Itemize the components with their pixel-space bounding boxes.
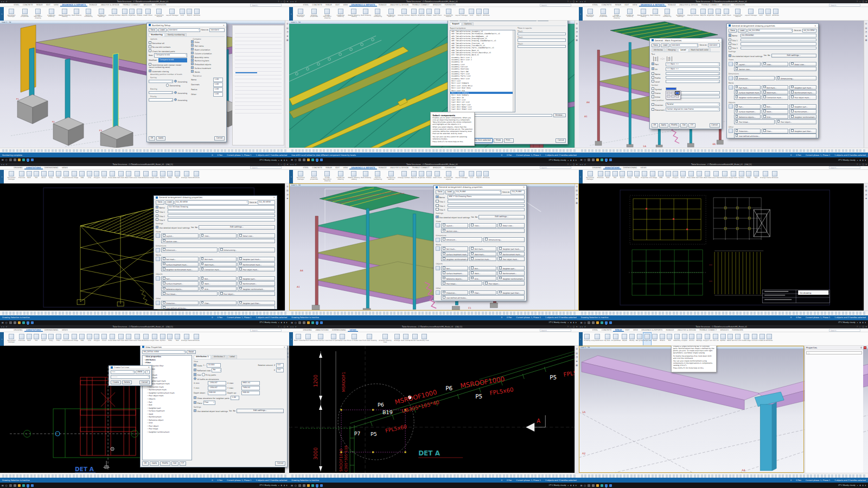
properties-row[interactable]: Pour break...Pour object...: [161, 291, 275, 296]
app-icon[interactable]: [601, 159, 603, 161]
edge-icon[interactable]: [320, 159, 323, 161]
name-field[interactable]: GA 3D-View Drawing: [168, 205, 275, 209]
show-button[interactable]: Show: [494, 138, 502, 142]
system-tray[interactable]: ▴ ◉ ▮ ◗: [567, 321, 577, 324]
clock-icon[interactable]: ◔: [576, 30, 577, 33]
system-tray[interactable]: ▴ ◉ ▮ ◗: [278, 484, 288, 486]
panel-icon[interactable]: ▤: [286, 27, 289, 29]
ribbon-button[interactable]: Document manager: [5, 8, 18, 20]
save-button[interactable]: Save: [436, 190, 444, 194]
name-checkbox[interactable]: Name: [156, 206, 167, 209]
tolerance-field[interactable]: 1.00: [213, 83, 223, 86]
help-icon[interactable]: ?: [278, 163, 279, 166]
ascending-radio[interactable]: Ascending: [174, 98, 187, 102]
ribbon-button[interactable]: Create fabrication drawing: [31, 8, 44, 20]
properties-button[interactable]: Weld...: [200, 281, 237, 286]
properties-button[interactable]: Surface treatment...: [161, 281, 199, 286]
search-icon[interactable]: ○: [584, 159, 586, 161]
maximize-button[interactable]: ▢: [862, 1, 864, 3]
file-explorer-icon[interactable]: [18, 484, 21, 487]
ribbon-button[interactable]: Cloud: [679, 170, 686, 183]
maximize-button[interactable]: ▢: [573, 1, 575, 3]
ribbon-tab[interactable]: VIEW: [341, 166, 349, 169]
properties-button[interactable]: Connection mark...: [762, 95, 788, 100]
ok-button[interactable]: OK: [652, 123, 658, 127]
ribbon-button[interactable]: Link image: [70, 333, 78, 345]
close-button[interactable]: ✕: [865, 1, 867, 3]
reflected-combo[interactable]: No: [212, 368, 221, 372]
properties-button[interactable]: Pour break...: [441, 281, 482, 286]
ribbon-button[interactable]: Detail view: [338, 333, 347, 345]
ribbon-tab[interactable]: TRIMBLE CONNECT: [410, 3, 431, 7]
part-mark-combo[interactable]: << Mark >>: [666, 62, 720, 66]
delete-button[interactable]: Delete: [122, 381, 132, 384]
system-tray[interactable]: ▴ ◉ ▮ ◗: [857, 321, 866, 324]
browse-button[interactable]: Browse...: [553, 113, 566, 117]
app-icon[interactable]: [9, 159, 12, 161]
compare-checkbox[interactable]: Column orientation: [191, 52, 225, 55]
ascending-radio[interactable]: Ascending: [174, 80, 187, 83]
properties-button[interactable]: Bolt mark...: [762, 85, 788, 90]
sync-checkbox[interactable]: Synchronize with master model (save-numb…: [149, 63, 187, 68]
ribbon-button[interactable]: Arrange marks: [760, 170, 771, 183]
save-button[interactable]: Save: [729, 29, 737, 33]
properties-button[interactable]: Neighbor part...: [497, 266, 525, 271]
model-view[interactable]: A3 A2 1A A4 View 1 - 3d–▢✕ Properties⚲ ○…: [579, 346, 868, 473]
windows-taskbar[interactable]: ⊞○27°C Mostly cloudy▴ ◉ ▮ ◗: [579, 483, 868, 488]
ribbon-button[interactable]: Bar group: [636, 333, 643, 345]
ribbon-button[interactable]: Link image: [649, 170, 657, 183]
cancel-button[interactable]: Cancel: [214, 136, 225, 140]
quick-launch-search[interactable]: Search...: [250, 4, 282, 7]
title3-checkbox[interactable]: Title 3: [436, 208, 446, 211]
reset-button[interactable]: Reset: [187, 350, 196, 354]
app-icon[interactable]: [14, 159, 16, 161]
ribbon-button[interactable]: Filter: [634, 170, 641, 183]
ribbon-button[interactable]: Windows: [193, 333, 200, 345]
properties-button[interactable]: View...: [469, 223, 496, 228]
grid-icon[interactable]: ▦: [576, 364, 578, 366]
clock-icon[interactable]: ◔: [576, 193, 577, 196]
cut-line-count-field[interactable]: 1: [145, 370, 150, 374]
properties-button[interactable]: Protection...: [734, 129, 761, 134]
properties-button[interactable]: Reinforcement...: [238, 281, 275, 286]
save-button[interactable]: Save: [156, 200, 164, 204]
help-icon[interactable]: ?: [567, 163, 569, 166]
ribbon-tab[interactable]: DIMENSIONING: [43, 166, 60, 169]
properties-button[interactable]: Weld...: [762, 109, 788, 114]
properties-button[interactable]: Pour break...: [161, 291, 218, 296]
properties-button[interactable]: Neighbor reinforcement mark...: [734, 95, 761, 100]
ribbon-button[interactable]: Organizer: [418, 170, 425, 183]
ribbon-button[interactable]: Modify: [628, 333, 635, 345]
ribbon-button[interactable]: Copy: [48, 170, 55, 183]
close-button[interactable]: ✕: [576, 326, 578, 328]
properties-button[interactable]: Neighbor reinforcement...: [497, 276, 525, 281]
clock-icon[interactable]: ◔: [865, 193, 867, 196]
ribbon-tab[interactable]: MANAGE: [377, 3, 388, 7]
properties-button[interactable]: Bolt mark...: [200, 257, 237, 262]
properties-button[interactable]: Reinforcement mark...: [497, 252, 525, 257]
start-button[interactable]: ⊞: [580, 321, 583, 324]
ribbon-button[interactable]: Windows: [766, 333, 773, 345]
ribbon-button[interactable]: UDA: [658, 170, 665, 183]
ribbon-tab[interactable]: STEEL: [301, 3, 310, 7]
app-icon[interactable]: [303, 321, 305, 324]
roof-joists[interactable]: [320, 186, 419, 211]
ribbon-tab[interactable]: CONCRETE: [599, 328, 613, 332]
quick-launch-search[interactable]: Search...: [829, 4, 860, 7]
ribbon-tab[interactable]: STEEL: [301, 166, 310, 169]
ribbon-tab[interactable]: CONCRETE: [310, 166, 324, 169]
properties-button[interactable]: Weld mark...: [200, 262, 237, 267]
ribbon-button[interactable]: Properties: [641, 170, 648, 183]
add-icon[interactable]: ✚: [576, 360, 578, 363]
preset-combo[interactable]: standard: [168, 28, 200, 32]
apply-button[interactable]: Apply: [156, 136, 165, 140]
color-swatch[interactable]: [667, 92, 671, 94]
ribbon-tab[interactable]: DRAWING: [591, 166, 603, 169]
ribbon-tab[interactable]: BRIDGES: [431, 166, 443, 169]
ribbon-tab[interactable]: FORMWORK: [443, 166, 457, 169]
place-checkbox[interactable]: Place: [194, 401, 202, 404]
ribbon-button[interactable]: Modify view: [420, 333, 429, 345]
properties-button[interactable]: Surface treatment...: [734, 109, 761, 114]
properties-panel[interactable]: Properties⚲ ○: [805, 346, 863, 473]
close-button[interactable]: ✕: [286, 1, 288, 3]
